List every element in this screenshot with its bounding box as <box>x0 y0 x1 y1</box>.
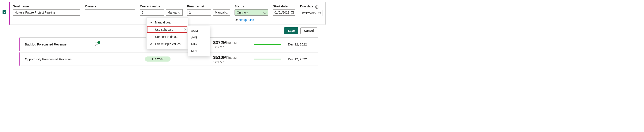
goal-row[interactable]: Opportunity Forecasted Revenue On track … <box>20 52 318 66</box>
save-button[interactable]: Save <box>284 27 298 34</box>
goal-due: Dec 12, 2022 <box>288 43 313 46</box>
submenu-item-max[interactable]: MAX <box>188 41 210 48</box>
goal-delta: 0% YoY <box>215 60 224 63</box>
set-up-rules-link[interactable]: set up rules <box>238 18 254 22</box>
start-date-label: Start date <box>273 5 296 8</box>
owners-input[interactable] <box>85 9 135 21</box>
arrow-up-icon: ↑ <box>213 46 214 48</box>
goal-name: Opportunity Forecasted Revenue <box>25 57 88 61</box>
use-subgoals-submenu: SUM AVG MAX MIN <box>188 26 210 56</box>
current-value-mode-dropdown[interactable]: Manual <box>166 9 182 16</box>
menu-item-use-subgoals[interactable]: Use subgoals <box>147 26 188 33</box>
current-value-mode-text: Manual <box>168 11 177 14</box>
final-target-label: Final target <box>187 5 230 8</box>
comments-badge: 1 <box>98 41 100 44</box>
due-date-input[interactable]: 12/12/2022 <box>300 10 322 16</box>
sparkline <box>254 44 281 45</box>
status-label: Status <box>234 5 268 8</box>
goal-name-label: Goal name <box>13 5 80 8</box>
current-value-input[interactable] <box>140 9 164 16</box>
sparkline <box>254 59 281 59</box>
status-pill: On track <box>145 56 170 62</box>
chevron-down-icon <box>178 11 181 14</box>
chevron-down-icon <box>226 11 228 14</box>
goal-value: $510M <box>213 55 227 60</box>
arrow-up-icon: ↑ <box>213 61 214 63</box>
due-date-label: Due date i <box>300 5 322 9</box>
goal-name-input[interactable] <box>13 9 80 16</box>
menu-item-connect-to-data[interactable]: Connect to data... <box>147 33 188 40</box>
pencil-icon <box>149 43 153 46</box>
menu-item-edit-multiple-values[interactable]: Edit multiple values... <box>147 40 188 48</box>
goal-value: $372M <box>213 40 227 45</box>
owners-label: Owners <box>85 5 135 8</box>
submenu-item-sum[interactable]: SUM <box>188 27 210 34</box>
start-date-input[interactable]: 01/01/2022 <box>273 9 296 16</box>
current-value-mode-menu: Manual goal Use subgoals Connect to data… <box>146 17 188 49</box>
calendar-icon <box>291 11 294 14</box>
goal-name: Backlog Forecasted Revenue <box>25 43 88 46</box>
due-date-value: 12/12/2022 <box>302 12 316 15</box>
goal-target: /$500M <box>227 56 237 59</box>
cancel-button[interactable]: Cancel <box>300 27 317 34</box>
goal-target: /$300M <box>227 41 237 45</box>
svg-rect-4 <box>318 12 320 14</box>
info-icon[interactable]: i <box>315 6 318 9</box>
status-value: On track <box>237 11 248 14</box>
calendar-icon <box>318 12 321 15</box>
final-target-mode-text: Manual <box>215 11 224 14</box>
chevron-down-icon <box>264 11 266 14</box>
goal-delta: 0% YoY <box>215 46 224 48</box>
status-or-line: Or set up rules <box>234 18 268 22</box>
final-target-mode-dropdown[interactable]: Manual <box>213 9 230 16</box>
final-target-input[interactable] <box>187 9 211 16</box>
status-dropdown[interactable]: On track <box>234 9 268 16</box>
chevron-right-icon <box>184 28 186 31</box>
row-checkbox[interactable] <box>2 10 6 14</box>
menu-item-manual-goal[interactable]: Manual goal <box>147 19 188 26</box>
comments-icon[interactable]: 1 <box>94 42 99 46</box>
start-date-value: 01/01/2022 <box>274 11 289 14</box>
current-value-label: Current value <box>140 5 182 8</box>
goal-due: Dec 12, 2022 <box>288 57 313 61</box>
submenu-item-avg[interactable]: AVG <box>188 34 210 41</box>
check-icon <box>149 21 153 24</box>
submenu-item-min[interactable]: MIN <box>188 48 210 54</box>
svg-rect-0 <box>291 12 294 14</box>
